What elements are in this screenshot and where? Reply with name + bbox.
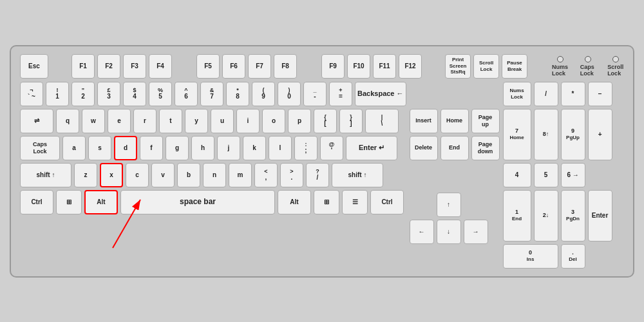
key-insert[interactable]: Insert [410, 109, 438, 133]
key-g[interactable]: g [166, 136, 189, 160]
key-left-alt[interactable]: Alt [84, 190, 118, 214]
key-f11[interactable]: F11 [373, 54, 396, 79]
key-page-down[interactable]: Pagedown [471, 136, 500, 160]
key-v[interactable]: v [151, 163, 175, 187]
key-b[interactable]: b [177, 163, 200, 187]
key-9[interactable]: (9 [252, 82, 275, 106]
key-backslash[interactable]: |\ [365, 109, 399, 133]
key-f8[interactable]: F8 [274, 54, 297, 79]
key-f2[interactable]: F2 [97, 54, 120, 79]
key-r[interactable]: r [133, 109, 156, 133]
key-right-shift[interactable]: shift ↑ [332, 163, 383, 187]
key-num-plus[interactable]: + [588, 109, 612, 160]
key-0[interactable]: )0 [278, 82, 301, 106]
key-num-minus[interactable]: − [588, 82, 612, 106]
key-print-screen[interactable]: PrintScreenStsRq [445, 54, 471, 79]
key-5[interactable]: %5 [149, 82, 172, 106]
key-p[interactable]: p [288, 109, 311, 133]
key-a[interactable]: a [62, 136, 86, 160]
key-1[interactable]: !1 [46, 82, 69, 106]
key-d[interactable]: d [114, 136, 137, 160]
key-caps-lock[interactable]: CapsLock [20, 136, 60, 160]
key-w[interactable]: w [82, 109, 105, 133]
key-left-arrow[interactable]: ← [410, 220, 434, 244]
key-f4[interactable]: F4 [149, 54, 172, 79]
key-z[interactable]: z [74, 163, 97, 187]
key-num-0[interactable]: 0Ins [503, 244, 558, 269]
key-menu[interactable]: ☰ [342, 190, 368, 214]
key-num-6[interactable]: 6 → [561, 163, 585, 187]
key-down-arrow[interactable]: ↓ [437, 220, 461, 244]
key-f1[interactable]: F1 [71, 54, 95, 79]
key-right-bracket[interactable]: }] [339, 109, 363, 133]
key-num-enter[interactable]: Enter [588, 190, 612, 242]
key-f7[interactable]: F7 [248, 54, 271, 79]
key-left-ctrl[interactable]: Ctrl [20, 190, 53, 214]
key-num-slash[interactable]: / [534, 82, 558, 106]
key-s[interactable]: s [88, 136, 111, 160]
key-f12[interactable]: F12 [399, 54, 422, 79]
key-y[interactable]: y [185, 109, 208, 133]
key-f[interactable]: f [140, 136, 163, 160]
key-space[interactable]: space bar [120, 190, 275, 214]
key-o[interactable]: o [262, 109, 285, 133]
key-esc[interactable]: Esc [20, 54, 48, 79]
key-backtick[interactable]: ¬` ~ [20, 82, 43, 106]
key-h[interactable]: h [191, 136, 214, 160]
key-slash[interactable]: ?/ [306, 163, 329, 187]
key-t[interactable]: t [159, 109, 182, 133]
key-f3[interactable]: F3 [123, 54, 146, 79]
key-q[interactable]: q [56, 109, 79, 133]
key-i[interactable]: i [236, 109, 260, 133]
key-tab[interactable]: ⇌ [20, 109, 53, 133]
key-3[interactable]: £3 [97, 82, 120, 106]
key-8[interactable]: *8 [226, 82, 249, 106]
key-f5[interactable]: F5 [196, 54, 220, 79]
key-num-asterisk[interactable]: * [561, 82, 585, 106]
key-scroll-lock[interactable]: ScrollLock [473, 54, 499, 79]
key-enter[interactable]: Enter ↵ [346, 136, 397, 160]
key-minus[interactable]: _- [303, 82, 327, 106]
key-home[interactable]: Home [440, 109, 469, 133]
key-num-8[interactable]: 8↑ [534, 109, 558, 160]
key-2[interactable]: "2 [71, 82, 95, 106]
key-4[interactable]: $4 [123, 82, 146, 106]
key-left-shift[interactable]: shift ↑ [20, 163, 71, 187]
key-apostrophe[interactable]: @' [320, 136, 343, 160]
key-num-4[interactable]: 4 [503, 163, 531, 187]
key-f6[interactable]: F6 [222, 54, 245, 79]
key-6[interactable]: ^6 [175, 82, 198, 106]
key-l[interactable]: l [269, 136, 292, 160]
key-semicolon[interactable]: :; [294, 136, 317, 160]
key-num-dot[interactable]: .Del [561, 244, 585, 269]
key-u[interactable]: u [211, 109, 234, 133]
key-k[interactable]: k [243, 136, 266, 160]
key-right-win[interactable]: ⊞ [314, 190, 339, 214]
key-j[interactable]: j [217, 136, 240, 160]
key-period[interactable]: >. [280, 163, 303, 187]
key-page-up[interactable]: Pageup [471, 109, 500, 133]
key-end[interactable]: End [440, 136, 469, 160]
key-e[interactable]: e [108, 109, 131, 133]
key-right-alt[interactable]: Alt [278, 190, 311, 214]
key-up-arrow[interactable]: ↑ [437, 193, 461, 217]
key-numlock[interactable]: NumsLock [503, 82, 531, 106]
key-n[interactable]: n [203, 163, 226, 187]
key-f9[interactable]: F9 [321, 54, 345, 79]
key-num-9[interactable]: 9PgUp [561, 109, 585, 160]
key-m[interactable]: m [229, 163, 252, 187]
key-num-1[interactable]: 1End [503, 190, 531, 242]
key-right-arrow[interactable]: → [464, 220, 488, 244]
key-f10[interactable]: F10 [347, 54, 370, 79]
key-equals[interactable]: += [329, 82, 352, 106]
key-x[interactable]: x [100, 163, 123, 187]
key-pause[interactable]: PauseBreak [502, 54, 527, 79]
key-c[interactable]: c [126, 163, 149, 187]
key-comma[interactable]: <, [254, 163, 278, 187]
key-num-2[interactable]: 2↓ [534, 190, 558, 242]
key-num-5[interactable]: 5 [534, 163, 558, 187]
key-7[interactable]: &7 [200, 82, 223, 106]
key-num-7[interactable]: 7Home [503, 109, 531, 160]
key-backspace[interactable]: Backspace ← [355, 82, 406, 106]
key-delete[interactable]: Delete [410, 136, 438, 160]
